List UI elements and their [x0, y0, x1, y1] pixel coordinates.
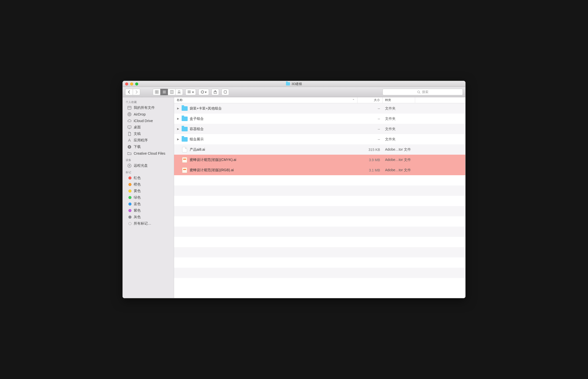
file-row[interactable]: 蜜蜂设计规范(初版)(CMYK).ai3.9 MBAdobe…tor 文件	[174, 155, 465, 165]
sidebar-item-label: 文稿	[134, 132, 141, 136]
file-size: --	[357, 117, 383, 121]
forward-button[interactable]	[133, 89, 140, 95]
tag-dot-icon	[127, 176, 132, 180]
sidebar-item[interactable]: iCloud Drive	[123, 118, 174, 124]
file-row[interactable]: ▶袋装+卡装+其他组合--文件夹	[174, 103, 465, 114]
svg-point-20	[128, 164, 131, 167]
search-input[interactable]: 搜索	[383, 89, 463, 95]
column-name[interactable]: 名称 ⌃	[174, 97, 357, 103]
empty-row	[174, 206, 465, 216]
sidebar-item-label: 橙色	[134, 182, 141, 187]
sidebar-item[interactable]: 我的所有文件	[123, 105, 174, 111]
file-kind: 文件夹	[383, 106, 415, 111]
sidebar-item-label: 我的所有文件	[134, 106, 155, 110]
disclosure-triangle-icon[interactable]: ▶	[177, 117, 180, 120]
tag-dot-icon	[127, 202, 132, 206]
arrange-button[interactable]: ▾	[185, 89, 196, 95]
column-kind[interactable]: 种类	[383, 97, 415, 103]
sidebar-item[interactable]: 黄色	[123, 188, 174, 194]
tag-dot-icon	[127, 215, 132, 219]
sidebar-item[interactable]: 远程光盘	[123, 162, 174, 169]
sidebar-section-header: 个人收藏	[123, 99, 174, 105]
sidebar-item[interactable]: 应用程序	[123, 137, 174, 144]
svg-rect-14	[128, 106, 131, 109]
svg-rect-0	[155, 90, 157, 92]
documents-icon	[127, 132, 132, 136]
sidebar-item[interactable]: 文稿	[123, 131, 174, 137]
file-name: 组合展示	[190, 137, 204, 142]
ai-file-icon	[182, 167, 188, 173]
view-icons-button[interactable]	[153, 89, 160, 95]
sidebar-item[interactable]: 绿色	[123, 194, 174, 201]
tags-button[interactable]	[222, 89, 229, 95]
sidebar-item[interactable]: 所有标记…	[123, 220, 174, 227]
disclosure-triangle-icon[interactable]: ▶	[177, 107, 180, 110]
sidebar-item[interactable]: Creative Cloud Files	[123, 150, 174, 157]
file-row[interactable]: ▶组合展示--文件夹	[174, 134, 465, 144]
file-list: ▶袋装+卡装+其他组合--文件夹▶盒子组合--文件夹▶容器组合--文件夹▶组合展…	[174, 103, 465, 298]
sidebar-item[interactable]: 红色	[123, 175, 174, 181]
svg-rect-18	[128, 126, 131, 128]
column-size-label: 大小	[374, 98, 380, 102]
file-row[interactable]: 蜜蜂设计规范(初版)(RGB).ai3.1 MBAdobe…tor 文件	[174, 165, 465, 175]
disclosure-triangle-icon[interactable]: ▶	[177, 138, 180, 141]
file-size: --	[357, 107, 383, 111]
file-kind: Adobe…tor 文件	[383, 147, 415, 152]
disclosure-triangle-icon[interactable]: ▶	[177, 127, 180, 131]
titlebar[interactable]: 3D建模	[123, 81, 465, 87]
file-size: 315 KB	[357, 148, 383, 152]
svg-rect-3	[157, 92, 158, 93]
view-columns-button[interactable]	[168, 89, 175, 95]
sidebar-item-label: Creative Cloud Files	[134, 151, 165, 155]
zoom-button[interactable]	[135, 82, 138, 85]
sidebar-item-label: 应用程序	[134, 138, 148, 143]
file-row[interactable]: 产品ai8.ai315 KBAdobe…tor 文件	[174, 144, 465, 155]
empty-row	[174, 185, 465, 196]
search-placeholder: 搜索	[422, 90, 428, 94]
file-name: 袋装+卡装+其他组合	[190, 106, 222, 111]
view-coverflow-button[interactable]	[175, 89, 183, 95]
folder-icon	[127, 151, 132, 156]
close-button[interactable]	[125, 82, 128, 85]
empty-row	[174, 227, 465, 237]
sidebar-item[interactable]: 橙色	[123, 181, 174, 188]
sidebar-item-label: 远程光盘	[134, 163, 148, 168]
action-button[interactable]: ▾	[198, 89, 209, 95]
svg-rect-1	[157, 90, 158, 92]
folder-icon	[182, 126, 188, 132]
empty-row	[174, 175, 465, 185]
folder-icon	[182, 116, 188, 122]
file-name: 盒子组合	[190, 117, 204, 121]
folder-icon	[182, 137, 188, 142]
view-list-button[interactable]	[160, 89, 168, 95]
sidebar-item[interactable]: 桌面	[123, 124, 174, 131]
file-size: --	[357, 127, 383, 131]
airdrop-icon	[127, 112, 132, 117]
sidebar-item[interactable]: 蓝色	[123, 201, 174, 207]
sort-ascending-icon: ⌃	[352, 99, 355, 102]
file-row[interactable]: ▶容器组合--文件夹	[174, 124, 465, 134]
tag-dot-icon	[127, 221, 132, 226]
file-row[interactable]: ▶盒子组合--文件夹	[174, 114, 465, 124]
column-size[interactable]: 大小	[357, 97, 383, 103]
sidebar-item[interactable]: 灰色	[123, 214, 174, 220]
empty-row	[174, 257, 465, 268]
column-header: 名称 ⌃ 大小 种类	[174, 97, 465, 103]
file-size: --	[357, 137, 383, 141]
folder-icon	[286, 82, 290, 85]
sidebar-item[interactable]: 下载	[123, 144, 174, 150]
sidebar-item[interactable]: 紫色	[123, 207, 174, 214]
sidebar-item-label: 紫色	[134, 208, 141, 213]
empty-row	[174, 268, 465, 278]
minimize-button[interactable]	[130, 82, 133, 85]
back-button[interactable]	[125, 89, 133, 95]
file-kind: 文件夹	[383, 127, 415, 131]
svg-rect-4	[170, 90, 173, 93]
column-spare[interactable]	[415, 97, 465, 103]
disc-icon	[127, 163, 132, 168]
svg-rect-5	[178, 91, 180, 92]
finder-window: 3D建模	[122, 81, 466, 298]
svg-point-21	[129, 165, 130, 166]
sidebar-item[interactable]: AirDrop	[123, 111, 174, 118]
share-button[interactable]	[211, 89, 219, 95]
